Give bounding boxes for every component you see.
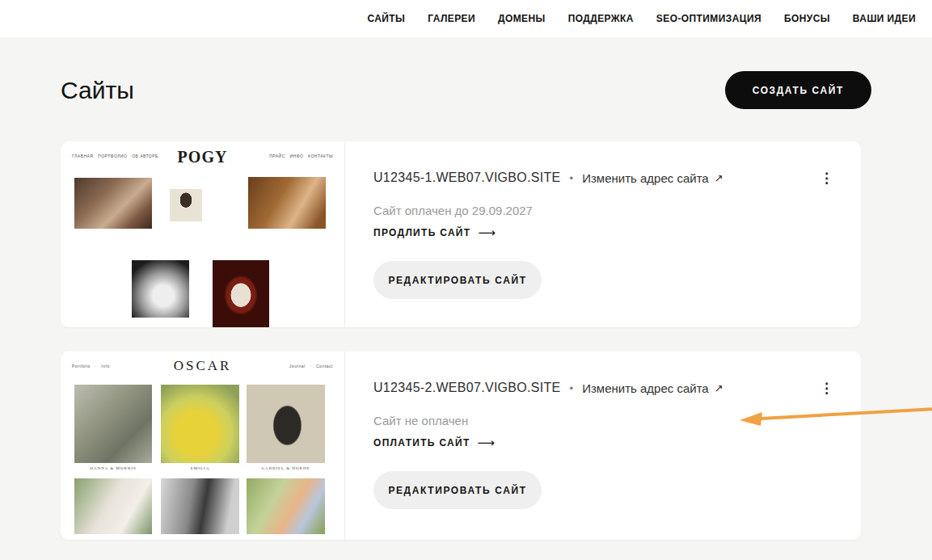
nav-item-domains[interactable]: ДОМЕНЫ bbox=[498, 13, 546, 24]
site-domain: U12345-1.WEB07.VIGBO.SITE bbox=[373, 171, 561, 185]
preview-photo-caption: HANNA & MORRIS bbox=[74, 466, 152, 470]
nav-item-ideas[interactable]: ВАШИ ИДЕИ bbox=[853, 13, 916, 24]
site-preview-thumbnail[interactable]: Portfolio · Info OSCAR Journal · Contact… bbox=[61, 352, 345, 540]
edit-site-button[interactable]: РЕДАКТИРОВАТЬ САЙТ bbox=[373, 261, 542, 299]
domain-row: U12345-2.WEB07.VIGBO.SITE • Изменить адр… bbox=[373, 381, 861, 395]
preview-photo bbox=[132, 260, 189, 318]
pay-site-link[interactable]: ОПЛАТИТЬ САЙТ ⟶ bbox=[373, 436, 495, 450]
preview-nav-right: Journal · Contact bbox=[289, 364, 333, 368]
preview-photo bbox=[248, 177, 326, 229]
nav-item-seo[interactable]: SEO-ОПТИМИЗАЦИЯ bbox=[656, 13, 761, 24]
preview-photo-caption: GABRIEL & HORHE bbox=[247, 466, 325, 470]
site-card-paid: ГЛАВНАЯ ПОРТФОЛИО ОБ АВТОРЕ POGY ПРАЙС И… bbox=[61, 141, 861, 327]
preview-header: ГЛАВНАЯ ПОРТФОЛИО ОБ АВТОРЕ POGY ПРАЙС И… bbox=[61, 148, 344, 166]
preview-photo bbox=[74, 385, 152, 463]
right-arrow-icon: ⟶ bbox=[478, 436, 496, 450]
preview-photo bbox=[247, 478, 325, 534]
site-domain: U12345-2.WEB07.VIGBO.SITE bbox=[373, 381, 561, 395]
pay-site-label: ОПЛАТИТЬ САЙТ bbox=[373, 437, 470, 448]
dot-separator: • bbox=[570, 382, 574, 394]
page: { "topnav": { "items": ["САЙТЫ", "ГАЛЕРЕ… bbox=[0, 0, 932, 560]
site-info: U12345-2.WEB07.VIGBO.SITE • Изменить адр… bbox=[345, 352, 861, 540]
top-navigation: САЙТЫ ГАЛЕРЕИ ДОМЕНЫ ПОДДЕРЖКА SEO-ОПТИМ… bbox=[0, 0, 932, 37]
preview-photo bbox=[213, 260, 269, 327]
dot-separator: • bbox=[570, 172, 574, 184]
annotation-arrow-icon bbox=[733, 398, 932, 431]
nav-item-galleries[interactable]: ГАЛЕРЕИ bbox=[428, 13, 475, 24]
external-link-icon: ↗ bbox=[715, 172, 723, 184]
change-address-link[interactable]: Изменить адрес сайта bbox=[582, 381, 709, 395]
preview-photo-caption: EMILIA bbox=[161, 466, 239, 470]
site-preview-thumbnail[interactable]: ГЛАВНАЯ ПОРТФОЛИО ОБ АВТОРЕ POGY ПРАЙС И… bbox=[61, 141, 345, 327]
preview-nav-right: ПРАЙС ИНФО КОНТАКТЫ bbox=[269, 154, 333, 158]
right-arrow-icon: ⟶ bbox=[478, 225, 496, 240]
preview-photo bbox=[170, 189, 202, 221]
prolong-site-label: ПРОДЛИТЬ САЙТ bbox=[373, 227, 470, 238]
nav-item-sites[interactable]: САЙТЫ bbox=[368, 13, 406, 24]
nav-item-bonuses[interactable]: БОНУСЫ bbox=[784, 13, 830, 24]
prolong-site-link[interactable]: ПРОДЛИТЬ САЙТ ⟶ bbox=[373, 225, 496, 240]
card-menu-icon[interactable]: ⋮ bbox=[820, 381, 833, 395]
change-address-link[interactable]: Изменить адрес сайта bbox=[582, 171, 709, 185]
preview-photo bbox=[161, 478, 239, 534]
external-link-icon: ↗ bbox=[715, 382, 723, 394]
preview-nav-left: Portfolio · Info bbox=[72, 364, 110, 368]
preview-photo bbox=[74, 478, 152, 534]
preview-header: Portfolio · Info OSCAR Journal · Contact bbox=[61, 358, 344, 376]
domain-row: U12345-1.WEB07.VIGBO.SITE • Изменить адр… bbox=[373, 171, 861, 185]
payment-status: Сайт оплачен до 29.09.2027 bbox=[373, 204, 533, 217]
edit-site-button[interactable]: РЕДАКТИРОВАТЬ САЙТ bbox=[373, 471, 542, 509]
preview-photo bbox=[74, 178, 152, 229]
page-title: Сайты bbox=[61, 77, 134, 104]
payment-status: Сайт не оплачен bbox=[373, 414, 468, 427]
preview-nav-left: ГЛАВНАЯ ПОРТФОЛИО ОБ АВТОРЕ bbox=[72, 154, 158, 158]
main-content: Сайты СОЗДАТЬ САЙТ ГЛАВНАЯ ПОРТФОЛИО ОБ … bbox=[0, 71, 932, 540]
preview-photo bbox=[247, 385, 325, 463]
page-header: Сайты СОЗДАТЬ САЙТ bbox=[61, 71, 871, 109]
site-card-unpaid: Portfolio · Info OSCAR Journal · Contact… bbox=[61, 352, 861, 540]
preview-photo bbox=[161, 385, 239, 463]
nav-item-support[interactable]: ПОДДЕРЖКА bbox=[568, 13, 634, 24]
create-site-button[interactable]: СОЗДАТЬ САЙТ bbox=[725, 71, 871, 109]
card-menu-icon[interactable]: ⋮ bbox=[820, 171, 833, 185]
site-info: U12345-1.WEB07.VIGBO.SITE • Изменить адр… bbox=[345, 141, 861, 327]
